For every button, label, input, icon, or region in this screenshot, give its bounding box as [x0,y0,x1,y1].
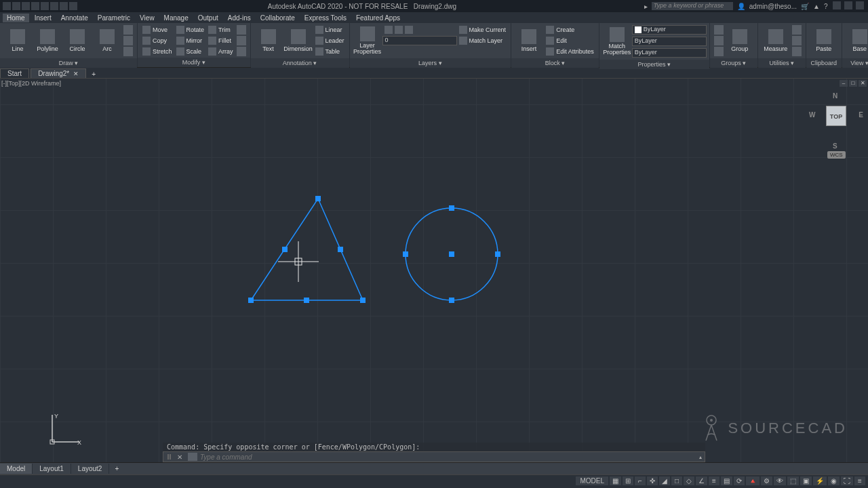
otrack-icon[interactable]: ∠ [696,476,707,485]
app-menu-icon[interactable] [3,2,11,10]
layer-states[interactable] [382,24,457,35]
line-button[interactable]: Line [3,24,33,57]
polyline-button[interactable]: Polyline [33,24,62,57]
stretch-button[interactable]: Stretch [140,46,174,56]
new-tab-button[interactable]: + [87,70,100,78]
panel-annotation-title[interactable]: Annotation ▾ [251,58,349,68]
tab-collaborate[interactable]: Collaborate [256,14,299,22]
tab-manage[interactable]: Manage [160,14,193,22]
isolate-icon[interactable]: ◉ [828,476,840,485]
tab-addins[interactable]: Add-ins [224,14,255,22]
ucs-icon[interactable]: X Y [49,411,83,445]
match-layer-button[interactable]: Match Layer [457,36,509,46]
edit-block-button[interactable]: Edit [544,36,596,46]
layout-1[interactable]: Layout1 [33,464,71,474]
erase-icon[interactable] [237,25,246,35]
qat-redo-icon[interactable] [69,2,77,10]
grid-toggle-icon[interactable]: ▦ [610,476,621,485]
layer-properties-button[interactable]: Layer Properties [353,24,382,57]
grip[interactable] [360,298,366,303]
group-icon2[interactable] [714,36,724,45]
snap-toggle-icon[interactable]: ⊞ [623,476,633,485]
autodesk-icon[interactable]: ▲ [813,3,820,10]
panel-block-title[interactable]: Block ▾ [511,58,599,68]
workspace-icon[interactable]: ⚙ [761,476,772,485]
panel-layers-title[interactable]: Layers ▾ [350,58,511,68]
minimize-icon[interactable] [833,1,841,9]
panel-utilities-title[interactable]: Utilities ▾ [758,58,806,68]
qat-plot-icon[interactable] [50,2,58,10]
tab-insert[interactable]: Insert [31,14,56,22]
util-icon1[interactable] [792,25,802,35]
app-store-icon[interactable]: 🛒 [801,3,809,10]
array-button[interactable]: Array [206,46,235,56]
annotation-scale-icon[interactable]: 🔺 [746,476,760,485]
rect-icon[interactable] [123,25,133,35]
drawing-canvas[interactable]: [-][Top][2D Wireframe] – □ ✕ [0,79,868,462]
tab-view[interactable]: View [136,14,159,22]
grip[interactable] [315,196,321,201]
util-icon2[interactable] [792,36,802,45]
group-icon1[interactable] [714,25,724,35]
group-button[interactable]: Group [725,24,755,57]
tab-output[interactable]: Output [194,14,222,22]
lineweight-icon[interactable]: ≡ [709,476,719,485]
circle-button[interactable]: Circle [62,24,92,57]
transparency-icon[interactable]: ▤ [721,476,732,485]
cmd-handle-icon[interactable] [163,454,174,460]
table-button[interactable]: Table [313,47,347,57]
measure-button[interactable]: Measure [761,24,791,57]
layer-dropdown[interactable]: 0 [382,36,457,45]
layout-model[interactable]: Model [0,464,33,474]
make-current-button[interactable]: Make Current [457,25,509,35]
annotation-monitor-icon[interactable]: 👁 [774,476,786,485]
grip[interactable] [449,298,454,303]
grip[interactable] [338,247,343,252]
tab-parametric[interactable]: Parametric [94,14,134,22]
qat-save-icon[interactable] [31,2,39,10]
group-icon3[interactable] [714,47,724,56]
isodraft-icon[interactable]: ◢ [659,476,670,485]
layout-2[interactable]: Layout2 [71,464,110,474]
paste-button[interactable]: Paste [809,24,839,57]
close-icon[interactable] [856,1,864,9]
copy-button[interactable]: Copy [140,35,174,45]
util-icon3[interactable] [792,47,802,56]
viewcube-south[interactable]: S [833,142,837,150]
arc-button[interactable]: Arc [92,24,122,57]
panel-modify-title[interactable]: Modify ▾ [138,58,250,67]
fillet-button[interactable]: Fillet [206,35,235,45]
grip[interactable] [403,251,408,257]
tab-featured[interactable]: Featured Apps [352,14,404,22]
units-icon[interactable]: ⬚ [787,476,799,485]
rotate-button[interactable]: Rotate [174,24,207,35]
3dosnap-icon[interactable]: ◇ [684,476,694,485]
panel-groups-title[interactable]: Groups ▾ [710,58,757,68]
help-icon[interactable]: ? [824,3,828,10]
create-block-button[interactable]: Create [544,25,596,35]
lineweight-dropdown[interactable]: ByLayer [632,37,707,46]
match-properties-button[interactable]: Match Properties [602,25,632,58]
tab-express[interactable]: Express Tools [300,14,351,22]
tab-close-icon[interactable]: ✕ [73,70,79,77]
text-button[interactable]: Text [254,24,283,57]
dimension-button[interactable]: Dimension [283,24,313,57]
offset-icon[interactable] [237,47,246,56]
grip[interactable] [304,298,309,303]
panel-properties-title[interactable]: Properties ▾ [599,60,709,69]
quick-properties-icon[interactable]: ▣ [800,476,812,485]
tab-home[interactable]: Home [3,14,29,22]
move-button[interactable]: Move [140,24,174,35]
layout-add-button[interactable]: + [109,465,124,472]
tab-start[interactable]: Start [0,68,29,78]
model-space-button[interactable]: MODEL [576,476,608,485]
insert-button[interactable]: Insert [514,24,544,57]
leader-button[interactable]: Leader [313,36,347,46]
hardware-accel-icon[interactable]: ⚡ [813,476,827,485]
command-input-bar[interactable]: ✕ ▴ [163,451,705,462]
grip[interactable] [449,205,454,211]
cmd-prompt-icon[interactable] [188,453,197,461]
maximize-icon[interactable] [844,1,852,9]
user-name[interactable]: admin@theso... [749,3,797,10]
signin-icon[interactable]: 👤 [737,3,745,10]
